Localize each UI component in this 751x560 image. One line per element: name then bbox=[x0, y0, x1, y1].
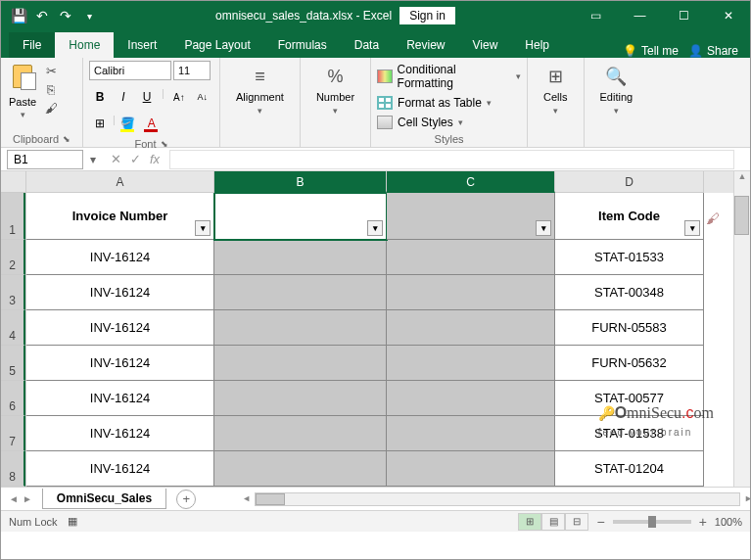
row-header[interactable]: 5 bbox=[1, 346, 25, 381]
data-cell[interactable] bbox=[387, 451, 555, 487]
data-cell[interactable] bbox=[214, 416, 387, 451]
column-header-d[interactable]: D bbox=[555, 171, 704, 193]
row-header[interactable]: 8 bbox=[1, 451, 25, 487]
maximize-button[interactable]: ☐ bbox=[662, 1, 706, 30]
data-cell[interactable] bbox=[387, 275, 555, 310]
format-painter-icon[interactable]: 🖌 bbox=[42, 100, 60, 116]
column-header-cell[interactable]: Invoice Number▾ bbox=[26, 193, 214, 240]
font-name-input[interactable] bbox=[89, 61, 171, 80]
vertical-scrollbar[interactable]: ▲ bbox=[733, 171, 750, 487]
scroll-up-icon[interactable]: ▲ bbox=[734, 171, 750, 188]
data-cell[interactable] bbox=[214, 381, 387, 416]
editing-button[interactable]: 🔍 Editing ▾ bbox=[590, 61, 643, 119]
data-cell[interactable]: STAT-00348 bbox=[555, 275, 704, 310]
vertical-scroll-thumb[interactable] bbox=[734, 196, 749, 235]
tab-file[interactable]: File bbox=[9, 32, 55, 58]
macro-record-icon[interactable]: ▦ bbox=[68, 515, 77, 528]
tab-data[interactable]: Data bbox=[341, 32, 393, 58]
column-header-b[interactable]: B bbox=[214, 171, 387, 193]
tab-review[interactable]: Review bbox=[393, 32, 458, 58]
zoom-level[interactable]: 100% bbox=[715, 516, 742, 528]
data-cell[interactable]: STAT-01204 bbox=[555, 451, 704, 487]
borders-button[interactable]: ⊞ bbox=[89, 114, 111, 133]
clipboard-dialog-launcher[interactable]: ⬊ bbox=[63, 134, 70, 144]
sheet-tab[interactable]: OmniSecu_Sales bbox=[42, 489, 166, 509]
filter-dropdown-icon[interactable]: ▾ bbox=[195, 220, 211, 236]
fx-icon[interactable]: fx bbox=[146, 152, 164, 166]
undo-icon[interactable]: ↶ bbox=[34, 8, 50, 23]
select-all-corner[interactable] bbox=[1, 171, 26, 193]
data-cell[interactable]: INV-16124 bbox=[26, 381, 214, 416]
shrink-font-button[interactable]: A↓ bbox=[192, 87, 213, 107]
filter-dropdown-icon[interactable]: ▾ bbox=[367, 220, 383, 236]
paste-options-icon[interactable]: 🖌 bbox=[706, 210, 726, 230]
cells-button[interactable]: ⊞ Cells ▾ bbox=[534, 61, 577, 119]
scroll-left-icon[interactable]: ◄ bbox=[242, 493, 251, 503]
column-header-cell[interactable]: ▾ bbox=[214, 193, 387, 240]
name-box-dropdown[interactable]: ▾ bbox=[85, 153, 101, 166]
share-button[interactable]: 👤 Share bbox=[688, 44, 738, 58]
data-cell[interactable] bbox=[214, 240, 387, 275]
data-cell[interactable] bbox=[214, 451, 387, 487]
column-header-cell[interactable]: ▾ bbox=[387, 193, 555, 240]
scroll-right-icon[interactable]: ► bbox=[744, 493, 751, 503]
data-cell[interactable] bbox=[387, 310, 555, 346]
data-cell[interactable]: INV-16124 bbox=[26, 310, 214, 346]
data-cell[interactable]: INV-16124 bbox=[26, 416, 214, 451]
column-header-a[interactable]: A bbox=[26, 171, 214, 193]
page-layout-view-button[interactable]: ▤ bbox=[541, 513, 565, 531]
row-header[interactable]: 4 bbox=[1, 310, 25, 346]
zoom-out-button[interactable]: − bbox=[596, 514, 604, 530]
data-cell[interactable]: STAT-00577 bbox=[555, 381, 704, 416]
close-button[interactable]: ✕ bbox=[706, 1, 750, 30]
signin-button[interactable]: Sign in bbox=[399, 7, 455, 24]
column-header-cell[interactable]: Item Code▾ bbox=[555, 193, 704, 240]
qat-customize-icon[interactable]: ▾ bbox=[81, 8, 97, 23]
tab-help[interactable]: Help bbox=[511, 32, 563, 58]
bold-button[interactable]: B bbox=[89, 87, 111, 107]
data-cell[interactable]: INV-16124 bbox=[26, 240, 214, 275]
underline-button[interactable]: U bbox=[136, 87, 158, 107]
cell-styles-button[interactable]: Cell Styles▾ bbox=[377, 114, 463, 131]
row-header[interactable]: 7 bbox=[1, 416, 25, 451]
tab-home[interactable]: Home bbox=[55, 32, 114, 58]
column-header-c[interactable]: C bbox=[387, 171, 555, 193]
tab-insert[interactable]: Insert bbox=[114, 32, 170, 58]
save-icon[interactable]: 💾 bbox=[11, 8, 26, 23]
italic-button[interactable]: I bbox=[113, 87, 134, 107]
conditional-formatting-button[interactable]: Conditional Formatting▾ bbox=[377, 61, 521, 92]
row-header[interactable]: 6 bbox=[1, 381, 25, 416]
cut-icon[interactable]: ✂ bbox=[42, 63, 60, 78]
data-cell[interactable]: STAT-01533 bbox=[555, 240, 704, 275]
ribbon-display-icon[interactable]: ▭ bbox=[574, 1, 618, 30]
tab-page-layout[interactable]: Page Layout bbox=[170, 32, 263, 58]
data-cell[interactable]: INV-16124 bbox=[26, 275, 214, 310]
font-color-button[interactable]: A bbox=[141, 114, 163, 133]
horizontal-scroll-thumb[interactable] bbox=[256, 493, 285, 505]
minimize-button[interactable]: — bbox=[618, 1, 662, 30]
row-header[interactable]: 1 bbox=[1, 193, 25, 240]
add-sheet-button[interactable]: + bbox=[176, 490, 196, 509]
zoom-slider[interactable] bbox=[613, 520, 691, 524]
tell-me-button[interactable]: 💡 Tell me bbox=[623, 44, 679, 58]
data-cell[interactable] bbox=[387, 240, 555, 275]
sheet-nav-prev-icon[interactable]: ◄ bbox=[9, 493, 19, 504]
row-header[interactable]: 2 bbox=[1, 240, 25, 275]
page-break-view-button[interactable]: ⊟ bbox=[565, 513, 588, 531]
data-cell[interactable] bbox=[214, 275, 387, 310]
data-cell[interactable] bbox=[387, 381, 555, 416]
data-cell[interactable]: FURN-05583 bbox=[555, 310, 704, 346]
data-cell[interactable]: FURN-05632 bbox=[555, 346, 704, 381]
data-cell[interactable]: INV-16124 bbox=[26, 451, 214, 487]
data-cell[interactable]: STAT-01538 bbox=[555, 416, 704, 451]
data-cell[interactable] bbox=[387, 346, 555, 381]
paste-button[interactable]: Paste ▾ bbox=[7, 61, 38, 121]
font-dialog-launcher[interactable]: ⬊ bbox=[161, 139, 168, 149]
name-box[interactable]: B1 bbox=[7, 150, 83, 169]
font-size-input[interactable] bbox=[173, 61, 211, 80]
redo-icon[interactable]: ↷ bbox=[58, 8, 73, 23]
grow-font-button[interactable]: A↑ bbox=[168, 87, 190, 107]
number-button[interactable]: % Number ▾ bbox=[306, 61, 364, 119]
enter-formula-icon[interactable]: ✓ bbox=[126, 152, 144, 166]
data-cell[interactable] bbox=[214, 346, 387, 381]
